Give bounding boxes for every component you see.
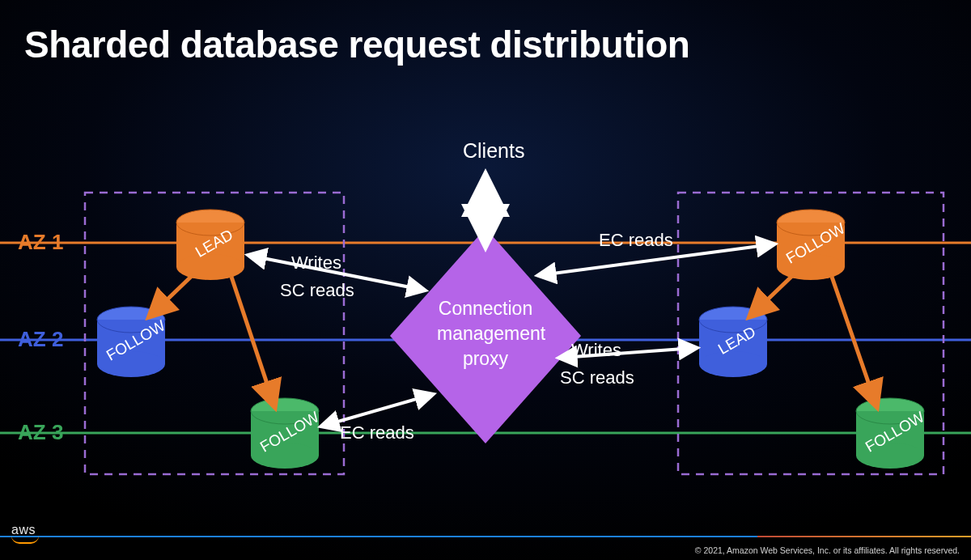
diagram-canvas [0, 0, 971, 560]
repl-left-to-az2 [152, 275, 193, 314]
proxy-line3: proxy [463, 348, 508, 369]
repl-right-to-az2 [753, 275, 793, 314]
left-writes-label: Writes [291, 252, 341, 274]
left-screads-label: SC reads [280, 280, 354, 301]
az2-label: AZ 2 [18, 327, 63, 352]
proxy-line1: Connection [439, 298, 532, 319]
arrow-left-ecreads [324, 395, 430, 426]
az3-label: AZ 3 [18, 420, 63, 445]
proxy-text: Connection management proxy [437, 296, 534, 371]
footer-accent-line [0, 536, 971, 537]
svg-point-19 [699, 351, 767, 377]
right-screads-label: SC reads [560, 367, 634, 388]
aws-smile-icon [11, 536, 39, 544]
aws-logo-text: aws [11, 523, 36, 537]
slide: Sharded database request distribution [0, 0, 971, 560]
right-ecreads-label: EC reads [599, 230, 673, 251]
aws-logo: aws [11, 523, 39, 544]
svg-point-3 [176, 254, 244, 280]
az1-label: AZ 1 [18, 230, 63, 255]
copyright-text: © 2021, Amazon Web Services, Inc. or its… [695, 545, 960, 555]
proxy-line2: management [437, 323, 545, 344]
left-ecreads-label: EC reads [340, 422, 414, 443]
clients-label: Clients [463, 139, 524, 163]
right-writes-label: Writes [571, 340, 621, 361]
